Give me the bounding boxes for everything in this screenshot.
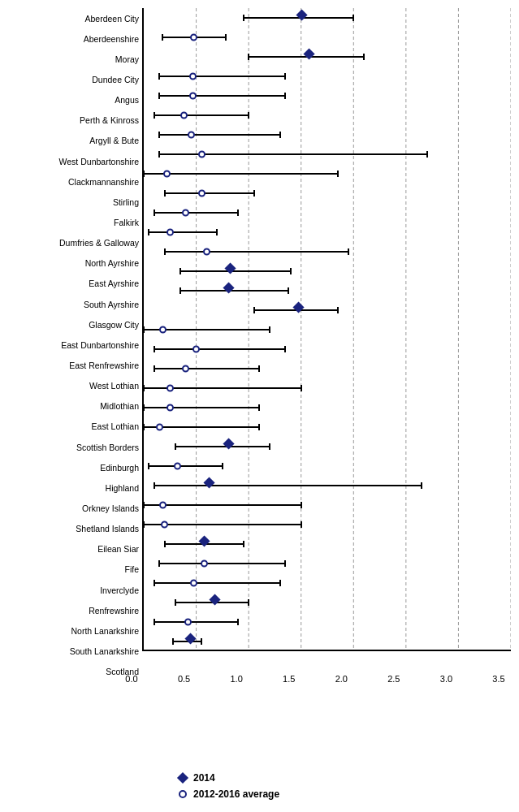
y-labels: Aberdeen CityAberdeenshireMorayDundee Ci… — [8, 8, 142, 682]
data-row — [144, 593, 511, 612]
data-row — [144, 612, 511, 632]
circle-marker — [159, 326, 167, 334]
y-label: Aberdeen City — [8, 9, 139, 28]
circle-marker — [201, 560, 208, 568]
y-label: Moray — [8, 50, 139, 69]
data-row — [144, 632, 511, 651]
error-cap-left — [158, 151, 160, 158]
error-cap-right — [284, 560, 286, 567]
error-cap-left — [154, 346, 155, 352]
error-line — [144, 407, 259, 408]
x-tick: 2.0 — [329, 674, 353, 684]
plot-area: 0.00.51.01.52.02.53.03.5 — [142, 8, 511, 651]
error-cap-left — [143, 521, 145, 528]
circle-marker — [190, 580, 197, 587]
data-row — [144, 203, 511, 222]
y-label: East Renfrewshire — [8, 356, 139, 375]
y-label: Angus — [8, 90, 139, 110]
data-row — [144, 261, 511, 281]
error-cap-right — [258, 424, 260, 430]
error-cap-left — [148, 463, 149, 469]
rows-container — [144, 8, 511, 650]
error-cap-right — [248, 112, 249, 119]
data-row — [144, 145, 511, 164]
error-cap-left — [164, 248, 166, 255]
circle-marker — [189, 93, 197, 100]
data-row — [144, 417, 511, 437]
error-cap-left — [248, 54, 249, 60]
error-cap-left — [158, 132, 160, 138]
y-label: Glasgow City — [8, 315, 139, 335]
error-line — [165, 192, 254, 194]
error-cap-right — [290, 268, 292, 274]
data-row — [144, 398, 511, 417]
y-label: Edinburgh — [8, 458, 139, 477]
circle-marker — [198, 151, 205, 158]
circle-marker — [156, 424, 163, 431]
y-label: North Ayrshire — [8, 253, 139, 273]
error-line — [144, 173, 338, 175]
error-cap-right — [363, 54, 365, 60]
y-label: Stirling — [8, 192, 139, 212]
data-row — [144, 554, 511, 573]
error-cap-right — [301, 521, 302, 528]
x-tick: 1.5 — [277, 674, 301, 684]
error-cap-right — [301, 385, 302, 391]
diamond-marker — [209, 594, 220, 605]
diamond-marker — [198, 535, 210, 546]
error-cap-right — [237, 209, 239, 216]
data-row — [144, 47, 511, 67]
error-cap-right — [279, 132, 281, 138]
error-cap-right — [284, 93, 286, 99]
error-cap-left — [172, 638, 174, 645]
circle-marker — [182, 365, 189, 373]
error-cap-right — [421, 482, 422, 489]
error-line — [149, 465, 222, 467]
y-label: Shetland Islands — [8, 519, 139, 538]
y-label: Clackmannanshire — [8, 172, 139, 192]
circle-marker — [192, 346, 200, 353]
circle-marker — [182, 209, 189, 217]
y-label: Dundee City — [8, 70, 139, 89]
error-cap-left — [158, 93, 160, 99]
y-label: East Lothian — [8, 417, 139, 436]
y-label: Orkney Islands — [8, 499, 139, 518]
y-label: Scottish Borders — [8, 438, 139, 457]
error-cap-left — [164, 541, 166, 547]
diamond-marker — [185, 633, 197, 644]
circle-marker — [159, 502, 167, 509]
error-cap-right — [248, 599, 249, 606]
error-cap-right — [352, 15, 354, 21]
y-label: Highland — [8, 478, 139, 498]
circle-marker — [167, 229, 174, 236]
error-cap-right — [216, 229, 218, 235]
error-cap-left — [175, 599, 176, 606]
diamond-marker — [223, 282, 234, 293]
legend-item-2014: 2014 — [179, 772, 279, 784]
y-label: East Dunbartonshire — [8, 335, 139, 355]
chart-container: Aberdeen CityAberdeenshireMorayDundee Ci… — [0, 0, 519, 812]
circle-marker — [190, 34, 197, 41]
legend-item-avg: 2012-2016 average — [179, 788, 279, 800]
error-cap-left — [179, 287, 181, 294]
diamond-marker — [223, 438, 234, 449]
error-cap-left — [143, 385, 145, 391]
error-cap-left — [175, 443, 176, 450]
error-cap-left — [154, 365, 155, 372]
error-cap-left — [143, 424, 145, 430]
y-label: North Lanarkshire — [8, 621, 139, 641]
error-cap-right — [258, 404, 260, 411]
circle-marker — [188, 132, 195, 139]
data-row — [144, 8, 511, 28]
error-cap-left — [154, 112, 155, 119]
error-cap-right — [269, 443, 270, 450]
error-line — [159, 563, 285, 564]
error-cap-right — [253, 190, 255, 197]
error-line — [180, 270, 291, 272]
y-label: West Lothian — [8, 376, 139, 395]
error-line — [180, 290, 288, 292]
data-row — [144, 184, 511, 203]
legend-diamond-icon — [177, 772, 188, 784]
error-cap-right — [284, 73, 286, 80]
diamond-marker — [296, 9, 308, 20]
